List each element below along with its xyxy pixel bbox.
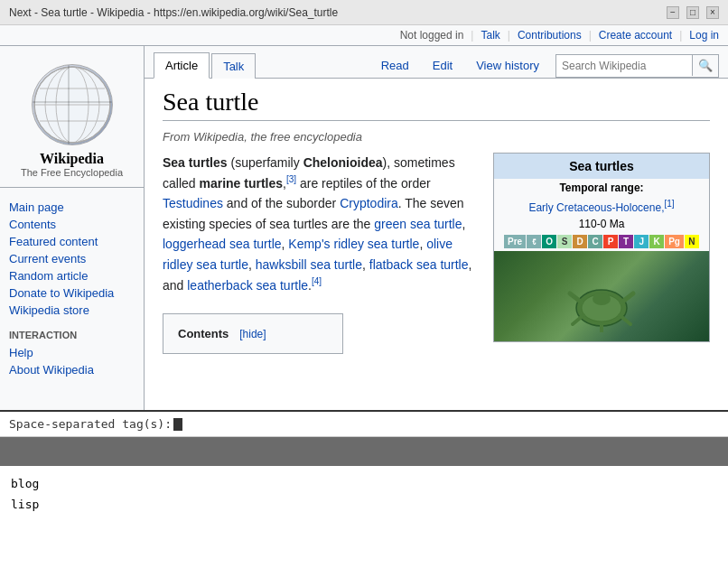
period-k: K (649, 235, 664, 248)
contents-title: Contents (178, 327, 229, 340)
bottom-panel: Space-separated tag(s): blog lisp (0, 410, 728, 568)
wiki-logo: Wikipedia The Free Encyclopedia (0, 55, 144, 188)
period-j: J (634, 235, 649, 248)
sidebar-item-about[interactable]: About Wikipedia (9, 361, 135, 378)
period-s: S (557, 235, 572, 248)
period-pg: Pg (665, 235, 684, 248)
infobox: Sea turtles Temporal range: Early Cretac… (493, 153, 710, 342)
search-button[interactable]: 🔍 (692, 55, 718, 76)
tab-talk[interactable]: Talk (211, 53, 256, 79)
link-green-sea-turtle[interactable]: green sea turtle (374, 217, 462, 231)
infobox-title: Sea turtles (494, 154, 709, 179)
tag-items: blog lisp (0, 466, 728, 523)
contents-box: Contents [hide] (163, 313, 343, 354)
content-with-tabs: Article Talk Read Edit View history 🔍 Se… (145, 46, 728, 410)
top-nav: Not logged in | Talk | Contributions | C… (0, 25, 728, 46)
titlebar: Next - Sea turtle - Wikipedia - https://… (0, 0, 728, 25)
sidebar-item-random-article[interactable]: Random article (9, 267, 135, 284)
link-kemps-ridley[interactable]: Kemp's ridley sea turtle (288, 237, 419, 251)
sidebar-item-current-events[interactable]: Current events (9, 250, 135, 267)
infobox-image (494, 251, 709, 341)
period-d: D (573, 235, 587, 248)
period-p: P (603, 235, 618, 248)
wiki-subtitle: The Free Encyclopedia (21, 167, 123, 178)
tab-edit[interactable]: Edit (425, 53, 460, 78)
create-account-link[interactable]: Create account (599, 29, 672, 42)
tab-view-history[interactable]: View history (469, 53, 546, 78)
sidebar-interaction-section: Interaction Help About Wikipedia (0, 322, 144, 382)
link-loggerhead[interactable]: loggerhead sea turtle (163, 237, 282, 251)
sidebar-item-featured-content[interactable]: Featured content (9, 233, 135, 250)
sidebar-item-donate[interactable]: Donate to Wikipedia (9, 284, 135, 302)
article-desc: From Wikipedia, the free encyclopedia (163, 130, 710, 144)
tag-item-lisp: lisp (11, 494, 717, 515)
search-box: 🔍 (555, 54, 719, 78)
sidebar-nav-section: Main page Contents Featured content Curr… (0, 195, 144, 322)
infobox-temporal-range-label: Temporal range: (494, 179, 709, 197)
geo-periods: Pre Ꞓ O S D C P T J K Pg N (494, 232, 709, 251)
tab-article[interactable]: Article (154, 52, 210, 79)
minimize-button[interactable]: − (667, 6, 679, 19)
close-button[interactable]: × (706, 6, 719, 19)
tag-input-row: Space-separated tag(s): (0, 412, 728, 437)
link-flatback[interactable]: flatback sea turtle (369, 257, 469, 272)
article-title: Sea turtle (163, 88, 710, 116)
period-carbon: C (588, 235, 602, 248)
sidebar-item-store[interactable]: Wikipedia store (9, 302, 135, 319)
tag-input-label: Space-separated tag(s): (9, 417, 172, 431)
log-in-link[interactable]: Log in (689, 29, 719, 42)
period-o: O (542, 235, 556, 248)
window-controls: − □ × (667, 6, 719, 19)
period-n: N (685, 235, 699, 248)
tag-cursor (173, 418, 182, 431)
maximize-button[interactable]: □ (686, 6, 699, 19)
wiki-title: Wikipedia (40, 151, 104, 167)
link-leatherback[interactable]: leatherback sea turtle (187, 278, 308, 293)
link-cryptodira[interactable]: Cryptodira (340, 196, 398, 210)
contents-hide[interactable]: [hide] (239, 328, 266, 340)
svg-point-9 (593, 293, 611, 305)
link-testudines[interactable]: Testudines (163, 196, 223, 210)
infobox-ma-range: 110-0 Ma (494, 216, 709, 232)
period-t: T (619, 235, 633, 248)
sidebar-item-contents[interactable]: Contents (9, 216, 135, 233)
period-pre: Pre (504, 235, 526, 248)
article-content: Sea turtle From Wikipedia, the free ency… (145, 79, 728, 410)
tabs-row: Article Talk Read Edit View history 🔍 (145, 46, 728, 79)
search-input[interactable] (556, 58, 692, 74)
sidebar-item-main-page[interactable]: Main page (9, 199, 135, 216)
link-hawksbill[interactable]: hawksbill sea turtle (256, 257, 362, 272)
not-logged-in-text: Not logged in (400, 29, 464, 42)
period-c: Ꞓ (527, 235, 541, 248)
tab-read[interactable]: Read (374, 53, 416, 78)
interaction-title: Interaction (9, 326, 135, 340)
wiki-globe-icon (32, 64, 113, 145)
sidebar-item-help[interactable]: Help (9, 344, 135, 361)
tag-item-blog: blog (11, 473, 717, 494)
tab-right-actions: Read Edit View history 🔍 (374, 53, 719, 78)
infobox-range-value: Early Cretaceous-Holocene,[1] (494, 197, 709, 216)
article-header: Sea turtle (163, 88, 710, 121)
tag-list-area (0, 437, 728, 466)
contributions-link[interactable]: Contributions (518, 29, 582, 42)
sidebar: Wikipedia The Free Encyclopedia Main pag… (0, 46, 145, 410)
talk-link[interactable]: Talk (481, 29, 499, 42)
body-section: Wikipedia The Free Encyclopedia Main pag… (0, 46, 728, 410)
window-title: Next - Sea turtle - Wikipedia - https://… (9, 6, 338, 19)
